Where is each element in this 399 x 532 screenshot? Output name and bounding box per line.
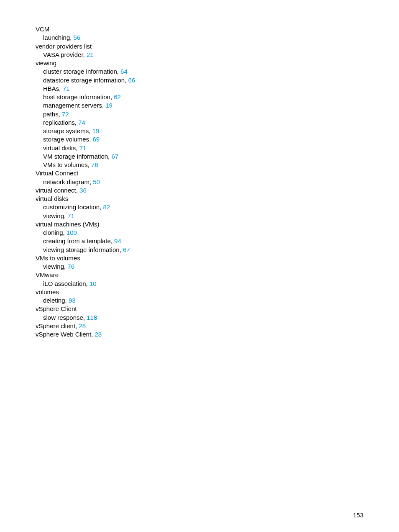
index-entry-text: VMs to volumes, xyxy=(43,161,91,168)
index-entry-text: paths, xyxy=(43,111,62,118)
index-entry: VASA provider, 21 xyxy=(43,51,363,59)
index-entry: virtual connect, 36 xyxy=(36,186,363,195)
index-page-link[interactable]: 64 xyxy=(120,68,128,75)
index-entry-text: viewing xyxy=(36,59,56,67)
index-page-link[interactable]: 76 xyxy=(91,161,98,168)
index-entry-text: creating from a template, xyxy=(43,237,114,244)
index-entry-text: cloning, xyxy=(43,229,66,236)
index-entry: VMs to volumes xyxy=(36,254,363,262)
index-page-link[interactable]: 10 xyxy=(90,280,97,287)
index-entry: vSphere client, 28 xyxy=(36,322,363,330)
index-page-link[interactable]: 94 xyxy=(114,237,121,244)
index-page-link[interactable]: 50 xyxy=(93,178,100,185)
index-entry: host storage information, 62 xyxy=(43,93,363,101)
index-entry-text: launching, xyxy=(43,34,74,41)
index-entry-text: VASA provider, xyxy=(43,51,87,58)
index-entry: viewing, 71 xyxy=(43,212,363,220)
index-entry-text: host storage information, xyxy=(43,93,114,100)
index-entry-text: virtual disks xyxy=(36,195,68,202)
index-entry: management servers, 19 xyxy=(43,101,363,110)
index-entry-text: virtual connect, xyxy=(36,187,79,194)
index-page-link[interactable]: 71 xyxy=(79,144,87,152)
index-entry: slow response, 118 xyxy=(43,314,363,322)
index-entry: virtual disks, 71 xyxy=(43,144,363,152)
index-entry-text: VM storage information, xyxy=(43,153,111,160)
index-page-link[interactable]: 56 xyxy=(74,34,81,41)
index-entry: volumes xyxy=(36,288,363,296)
index-entry-text: replications, xyxy=(43,119,78,126)
index-entry: cluster storage information, 64 xyxy=(43,67,363,76)
index-entry: replications, 74 xyxy=(43,118,363,127)
index-entry: datastore storage information, 66 xyxy=(43,76,363,85)
index-entry: customizing location, 82 xyxy=(43,203,363,211)
index-entry-text: datastore storage information, xyxy=(43,77,128,84)
index-page-link[interactable]: 19 xyxy=(105,102,113,109)
index-page-link[interactable]: 69 xyxy=(92,136,100,143)
index-entry: viewing storage information, 67 xyxy=(43,246,363,254)
index-page-link[interactable]: 71 xyxy=(67,212,74,219)
index-page-link[interactable]: 28 xyxy=(79,322,86,329)
index-page-link[interactable]: 100 xyxy=(66,229,77,236)
index-entry-text: network diagram, xyxy=(43,178,93,185)
index-entry-text: slow response, xyxy=(43,314,87,321)
index-entry-text: HBAs, xyxy=(43,85,63,92)
index-entry-text: viewing, xyxy=(43,212,67,219)
index-page-link[interactable]: 72 xyxy=(62,111,69,118)
index-entry-text: vSphere Client xyxy=(36,305,77,312)
index-entry-text: management servers, xyxy=(43,102,105,109)
index-entry-text: volumes xyxy=(36,288,59,296)
index-page-link[interactable]: 21 xyxy=(87,51,94,58)
index-entry-text: storage systems, xyxy=(43,127,92,134)
index-entry-text: vSphere client, xyxy=(36,322,79,329)
index-entry: vSphere Client xyxy=(36,305,363,313)
index-entry-text: virtual disks, xyxy=(43,144,79,152)
index-entry-text: virtual machines (VMs) xyxy=(36,221,100,228)
index-entry-text: VCM xyxy=(36,26,49,33)
index-entry: viewing, 76 xyxy=(43,262,363,271)
index-entry: virtual machines (VMs) xyxy=(36,220,363,229)
index-page-link[interactable]: 36 xyxy=(79,187,87,194)
index-page-link[interactable]: 19 xyxy=(92,127,100,134)
index-content: VCMlaunching, 56vendor providers listVAS… xyxy=(36,25,363,339)
index-entry-text: vSphere Web Client, xyxy=(36,331,95,338)
index-entry: Virtual Connect xyxy=(36,169,363,177)
index-entry: iLO association, 10 xyxy=(43,280,363,288)
index-page-link[interactable]: 67 xyxy=(123,246,130,253)
index-page-link[interactable]: 67 xyxy=(111,153,118,160)
index-entry: HBAs, 71 xyxy=(43,85,363,93)
index-entry: viewing xyxy=(36,59,363,67)
index-page-link[interactable]: 62 xyxy=(114,93,121,100)
index-entry-text: VMware xyxy=(36,271,59,278)
index-page-link[interactable]: 93 xyxy=(69,297,76,304)
index-entry: virtual disks xyxy=(36,195,363,203)
index-page-link[interactable]: 76 xyxy=(67,263,74,270)
index-entry: deleting, 93 xyxy=(43,296,363,305)
index-page-link[interactable]: 28 xyxy=(95,331,102,338)
index-entry: VMware xyxy=(36,271,363,279)
index-entry: launching, 56 xyxy=(43,33,363,42)
index-entry: storage volumes, 69 xyxy=(43,135,363,144)
index-entry-text: storage volumes, xyxy=(43,136,92,143)
index-entry: VM storage information, 67 xyxy=(43,152,363,161)
index-entry: vSphere Web Client, 28 xyxy=(36,330,363,339)
index-entry: network diagram, 50 xyxy=(43,178,363,186)
index-entry: cloning, 100 xyxy=(43,229,363,237)
index-entry-text: viewing storage information, xyxy=(43,246,123,253)
index-page-link[interactable]: 74 xyxy=(78,119,85,126)
index-entry: VMs to volumes, 76 xyxy=(43,161,363,169)
index-entry-text: viewing, xyxy=(43,263,67,270)
index-entry: paths, 72 xyxy=(43,110,363,118)
index-entry-text: customizing location, xyxy=(43,203,103,211)
index-page-link[interactable]: 71 xyxy=(63,85,70,92)
index-entry: creating from a template, 94 xyxy=(43,237,363,245)
index-page-link[interactable]: 82 xyxy=(103,203,110,211)
index-entry-text: iLO association, xyxy=(43,280,90,287)
page-number: 153 xyxy=(353,511,363,519)
index-entry-text: vendor providers list xyxy=(36,43,92,50)
index-entry-text: deleting, xyxy=(43,297,69,304)
index-page-link[interactable]: 66 xyxy=(128,77,135,84)
index-page-link[interactable]: 118 xyxy=(87,314,97,321)
index-entry-text: VMs to volumes xyxy=(36,254,80,262)
index-entry-text: cluster storage information, xyxy=(43,68,120,75)
index-entry: VCM xyxy=(36,25,363,33)
